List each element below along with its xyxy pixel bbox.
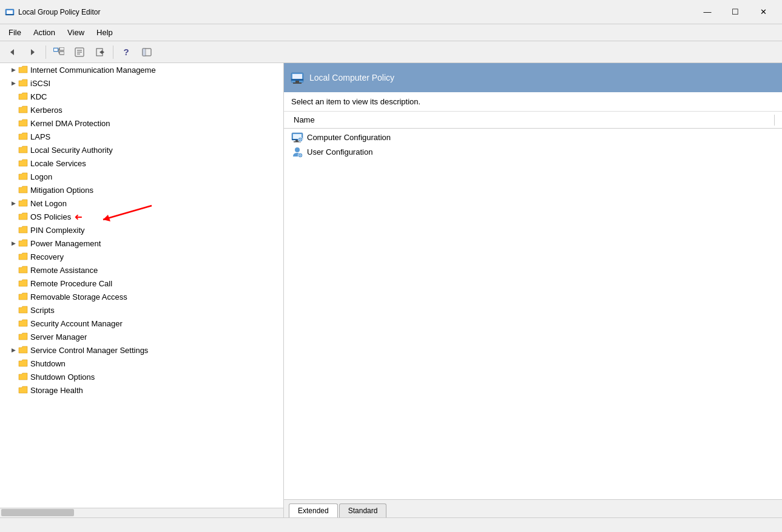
os-policies-arrow: ➜ xyxy=(75,211,83,223)
column-name-label: Name xyxy=(291,114,774,126)
sidebar-item-kernel[interactable]: ▶ Kernel DMA Protection xyxy=(0,116,283,130)
export-button[interactable] xyxy=(90,44,110,61)
scrollbar-track xyxy=(0,508,283,517)
svg-point-35 xyxy=(295,147,300,152)
right-item-userconfig[interactable]: User Configuration xyxy=(284,144,782,159)
toolbar-separator-1 xyxy=(46,45,46,59)
tree-label-shutdown: Shutdown xyxy=(30,359,66,368)
toolbar-separator-2 xyxy=(113,45,113,59)
tree-label-scripts: Scripts xyxy=(30,306,55,315)
console-tree-button[interactable] xyxy=(49,44,69,61)
sidebar-item-remoteassist[interactable]: ▶ Remote Assistance xyxy=(0,263,283,277)
forward-button[interactable] xyxy=(23,44,42,61)
tree-label-sam: Security Account Manager xyxy=(30,319,123,328)
help-button[interactable]: ? xyxy=(116,44,136,61)
expander-scm[interactable]: ▶ xyxy=(8,345,18,355)
menu-bar: File Action View Help xyxy=(0,24,782,41)
tree-label-logon: Logon xyxy=(30,172,52,181)
tree-label-internet: Internet Communication Manageme xyxy=(30,66,156,75)
tree-label-mitigation: Mitigation Options xyxy=(30,186,93,195)
svg-marker-17 xyxy=(99,50,104,54)
sidebar-item-netlogon[interactable]: ▶ Net Logon xyxy=(0,197,283,210)
tree-label-locale: Locale Services xyxy=(30,159,86,168)
sidebar-item-locale[interactable]: ▶ Locale Services xyxy=(0,157,283,170)
tree-label-iscsi: iSCSI xyxy=(30,79,50,88)
tree-label-storagehealth: Storage Health xyxy=(30,386,83,395)
policy-header-icon xyxy=(290,70,305,85)
close-button[interactable]: ✕ xyxy=(749,2,777,22)
sidebar-item-recovery[interactable]: ▶ Recovery xyxy=(0,250,283,263)
scrollbar-thumb[interactable] xyxy=(1,509,74,516)
menu-view[interactable]: View xyxy=(61,25,90,39)
app-icon xyxy=(5,7,15,17)
sidebar-item-shutdown[interactable]: ▶ Shutdown xyxy=(0,357,283,370)
properties-button[interactable] xyxy=(70,44,89,61)
user-config-icon xyxy=(291,146,303,158)
horizontal-scrollbar[interactable] xyxy=(0,508,283,517)
tree-container[interactable]: ▶ Internet Communication Manageme ▶ iSCS… xyxy=(0,63,283,508)
sidebar-item-logon[interactable]: ▶ Logon xyxy=(0,170,283,183)
right-list: Computer Configuration xyxy=(284,129,782,499)
sidebar-item-sam[interactable]: ▶ Security Account Manager xyxy=(0,317,283,330)
description-text: Select an item to view its description. xyxy=(291,97,420,106)
expander-internet[interactable]: ▶ xyxy=(8,65,18,75)
expander-iscsi[interactable]: ▶ xyxy=(8,78,18,88)
tree-label-rpc: Remote Procedure Call xyxy=(30,279,112,288)
menu-help[interactable]: Help xyxy=(90,25,119,39)
maximize-button[interactable]: ☐ xyxy=(721,2,749,22)
minimize-button[interactable]: — xyxy=(693,2,721,22)
right-header-title: Local Computer Policy xyxy=(309,73,394,82)
sidebar-item-laps[interactable]: ▶ LAPS xyxy=(0,130,283,143)
sidebar-item-scripts[interactable]: ▶ Scripts xyxy=(0,303,283,317)
tree-label-ospolicies: OS Policies xyxy=(30,212,71,221)
tree-label-lsa: Local Security Authority xyxy=(30,146,113,155)
tree-label-shutdownoptions: Shutdown Options xyxy=(30,372,95,382)
right-item-computerconfig-label: Computer Configuration xyxy=(307,133,391,142)
right-header: Local Computer Policy xyxy=(284,63,782,92)
sidebar-item-scm[interactable]: ▶ Service Control Manager Settings xyxy=(0,343,283,357)
svg-rect-8 xyxy=(59,52,64,55)
sidebar-item-ospolicies[interactable]: ▶ OS Policies ➜ xyxy=(0,210,283,223)
title-bar: Local Group Policy Editor — ☐ ✕ xyxy=(0,0,782,24)
tree-label-scm: Service Control Manager Settings xyxy=(30,346,148,355)
svg-rect-26 xyxy=(293,82,302,84)
right-item-computerconfig[interactable]: Computer Configuration xyxy=(284,130,782,144)
sidebar-item-shutdownoptions[interactable]: ▶ Shutdown Options xyxy=(0,370,283,383)
tree-label-servermanager: Server Manager xyxy=(30,332,87,342)
right-body: Select an item to view its description. … xyxy=(284,92,782,499)
sidebar-item-lsa[interactable]: ▶ Local Security Authority xyxy=(0,143,283,157)
tab-standard[interactable]: Standard xyxy=(339,503,387,517)
tab-extended[interactable]: Extended xyxy=(289,503,338,517)
sidebar-item-kdc[interactable]: ▶ KDC xyxy=(0,90,283,103)
sidebar-item-kerberos[interactable]: ▶ Kerberos xyxy=(0,103,283,116)
sidebar-item-pin[interactable]: ▶ PIN Complexity xyxy=(0,223,283,237)
back-button[interactable] xyxy=(2,44,22,61)
svg-rect-24 xyxy=(291,79,303,81)
tree-label-netlogon: Net Logon xyxy=(30,199,67,208)
tree-label-kerberos: Kerberos xyxy=(30,106,62,115)
sidebar-item-servermanager[interactable]: ▶ Server Manager xyxy=(0,330,283,343)
tree-label-remoteassist: Remote Assistance xyxy=(30,266,98,275)
menu-file[interactable]: File xyxy=(2,25,27,39)
actions-button[interactable] xyxy=(137,44,157,61)
computer-config-icon xyxy=(291,131,303,143)
svg-point-38 xyxy=(300,155,301,156)
sidebar-item-storagehealth[interactable]: ▶ Storage Health xyxy=(0,383,283,397)
sidebar-item-mitigation[interactable]: ▶ Mitigation Options xyxy=(0,183,283,197)
sidebar-item-removable[interactable]: ▶ Removable Storage Access xyxy=(0,290,283,303)
left-pane: ▶ Internet Communication Manageme ▶ iSCS… xyxy=(0,63,284,517)
tree-label-laps: LAPS xyxy=(30,132,50,141)
expander-netlogon[interactable]: ▶ xyxy=(8,198,18,208)
expander-power[interactable]: ▶ xyxy=(8,238,18,248)
svg-rect-1 xyxy=(7,10,13,14)
sidebar-item-iscsi[interactable]: ▶ iSCSI xyxy=(0,76,283,90)
tree-label-kernel: Kernel DMA Protection xyxy=(30,119,110,128)
menu-action[interactable]: Action xyxy=(27,25,61,39)
sidebar-item-internet[interactable]: ▶ Internet Communication Manageme xyxy=(0,63,283,76)
tabs-bar: Extended Standard xyxy=(284,499,782,517)
sidebar-item-rpc[interactable]: ▶ Remote Procedure Call xyxy=(0,277,283,290)
svg-point-34 xyxy=(300,139,301,140)
tree-label-recovery: Recovery xyxy=(30,252,64,261)
svg-rect-6 xyxy=(54,49,58,51)
sidebar-item-power[interactable]: ▶ Power Management xyxy=(0,237,283,250)
